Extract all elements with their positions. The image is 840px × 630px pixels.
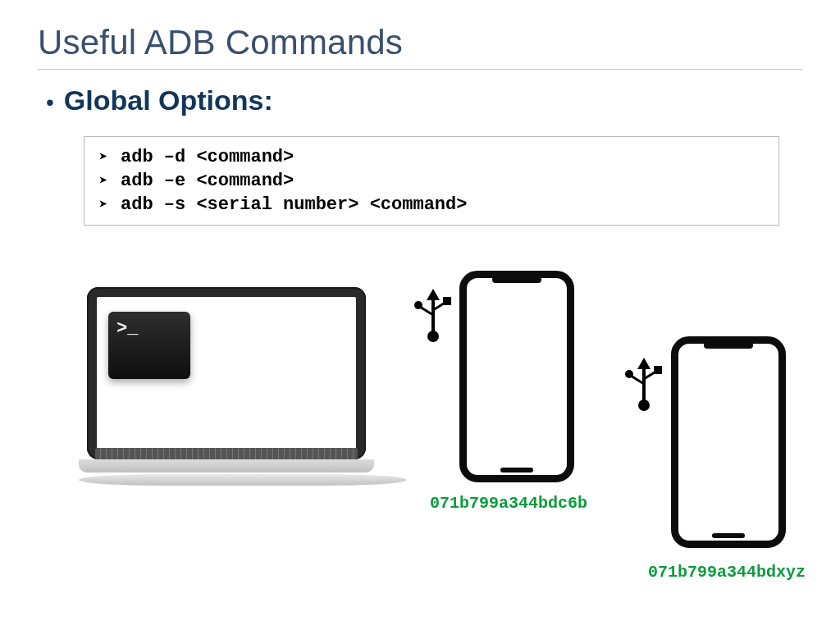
list-item: ➤ adb –e <command>: [96, 169, 767, 193]
phone-icon: [671, 336, 786, 548]
laptop-icon: >_: [79, 287, 374, 500]
command-box: ➤ adb –d <command> ➤ adb –e <command> ➤ …: [84, 136, 779, 226]
command-text: adb –s <serial number> <command>: [121, 194, 467, 215]
list-item: ➤ adb –d <command>: [96, 145, 767, 169]
svg-point-6: [625, 370, 633, 378]
usb-icon: [410, 289, 456, 351]
phone-icon: [459, 271, 574, 482]
device-serial: 071b799a344bdxyz: [648, 563, 806, 582]
chevron-right-icon: ➤: [96, 198, 111, 212]
svg-rect-7: [654, 366, 662, 374]
command-text: adb –d <command>: [121, 147, 294, 167]
command-text: adb –e <command>: [121, 171, 294, 191]
list-item: ➤ adb –s <serial number> <command>: [96, 193, 767, 217]
bullet-dot-icon: •: [46, 91, 54, 114]
svg-point-5: [638, 399, 650, 411]
svg-point-1: [427, 331, 439, 342]
terminal-icon: >_: [108, 312, 190, 379]
svg-point-2: [414, 301, 422, 309]
usb-icon: [621, 358, 667, 420]
chevron-right-icon: ➤: [96, 174, 111, 189]
slide-title: Useful ADB Commands: [38, 23, 802, 62]
chevron-right-icon: ➤: [96, 150, 111, 165]
terminal-prompt: >_: [116, 318, 138, 339]
illustration-area: >_: [0, 271, 840, 599]
bullet-heading-row: • Global Options:: [46, 84, 802, 116]
divider: [38, 69, 802, 70]
device-serial: 071b799a344bdc6b: [430, 494, 587, 513]
bullet-heading: Global Options:: [64, 84, 273, 116]
svg-rect-3: [443, 297, 451, 305]
